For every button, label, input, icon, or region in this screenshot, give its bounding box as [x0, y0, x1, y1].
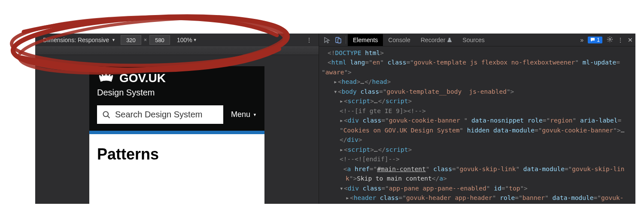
device-preview-pane: Dimensions: Responsive ▼ × 100% ▼ ⋮: [35, 34, 319, 204]
dom-node: "Cookies on GOV.UK Design System" hidden…: [322, 126, 633, 135]
svg-point-5: [103, 111, 109, 117]
dom-node: ▾<div class="app-pane app-pane--enabled"…: [322, 184, 633, 193]
more-options-icon[interactable]: ⋮: [305, 37, 313, 43]
dimensions-dropdown[interactable]: Dimensions: Responsive ▼: [40, 36, 118, 44]
govuk-wordmark: GOV.UK: [119, 71, 166, 85]
devtools-panel: Elements Console Recorder Sources » 1 ⋮ …: [319, 34, 635, 204]
search-placeholder: Search Design System: [115, 110, 202, 120]
menu-button[interactable]: Menu ▼: [231, 110, 257, 119]
zoom-value: 100%: [177, 37, 192, 43]
height-input[interactable]: [149, 35, 170, 45]
message-icon: [590, 37, 595, 42]
tab-recorder[interactable]: Recorder: [416, 34, 458, 46]
dom-node: <a href="#main-content" class="govuk-ski…: [322, 164, 633, 174]
chevron-down-icon: ▼: [253, 113, 257, 117]
kebab-icon[interactable]: ⋮: [617, 37, 623, 43]
svg-point-4: [109, 74, 110, 76]
preview-viewport: GOV.UK Design System Search Design Syste…: [35, 55, 319, 204]
tab-sources[interactable]: Sources: [457, 34, 489, 46]
dom-node: k">Skip to main content</a>: [322, 174, 633, 183]
search-input[interactable]: Search Design System: [97, 105, 223, 124]
issues-count: 1: [597, 37, 600, 43]
chevron-down-icon: ▼: [193, 38, 197, 42]
dom-node: <!--<![endif]-->: [322, 154, 633, 164]
dom-node: ▸<header class="govuk-header app-header"…: [322, 193, 633, 203]
chevron-down-icon: ▼: [112, 38, 115, 42]
width-input[interactable]: [121, 35, 141, 45]
devtools-window: Dimensions: Responsive ▼ × 100% ▼ ⋮: [35, 34, 635, 204]
gear-icon[interactable]: [607, 36, 613, 44]
more-tabs-icon[interactable]: »: [580, 37, 584, 43]
tab-console[interactable]: Console: [383, 34, 415, 46]
dom-node: <!DOCTYPE html>: [322, 48, 633, 58]
page-title: Patterns: [97, 145, 257, 163]
device-toolbar: Dimensions: Responsive ▼ × 100% ▼ ⋮: [35, 34, 319, 46]
dom-node: <html lang="en" class="govuk-template js…: [322, 58, 633, 67]
svg-point-0: [105, 73, 107, 75]
svg-point-9: [609, 38, 611, 40]
dom-node: </div>: [322, 135, 633, 144]
dom-node: ▸<script>…</script>: [322, 96, 633, 106]
issues-badge[interactable]: 1: [588, 37, 602, 43]
device-toggle-icon[interactable]: [333, 37, 344, 43]
govuk-logo[interactable]: GOV.UK: [97, 71, 257, 85]
tab-recorder-label: Recorder: [421, 37, 446, 43]
page-content: Patterns: [89, 134, 264, 175]
inspect-icon[interactable]: [322, 37, 333, 43]
menu-label: Menu: [231, 110, 250, 119]
dom-node: ▸<script>…</script>: [322, 145, 633, 154]
govuk-service-name[interactable]: Design System: [97, 88, 257, 98]
dom-node: ▸<div class="govuk-cookie-banner " data-…: [322, 116, 633, 125]
dom-node: <!--[if gte IE 9]><!-->: [322, 106, 633, 116]
search-icon: [102, 110, 111, 119]
flask-icon: [447, 37, 452, 43]
responsive-canvas: GOV.UK Design System Search Design Syste…: [89, 66, 264, 204]
svg-line-6: [108, 116, 110, 118]
dom-node: ▸<head>…</head>: [322, 77, 633, 86]
dom-node: "aware">: [322, 68, 633, 77]
close-icon[interactable]: ✕: [628, 37, 633, 43]
crown-icon: [97, 72, 115, 84]
zoom-dropdown[interactable]: 100% ▼: [173, 36, 201, 44]
svg-rect-8: [338, 39, 341, 43]
dom-node: ▾<body class="govuk-template__body js-en…: [322, 87, 633, 96]
ruler[interactable]: [35, 46, 319, 55]
dom-tree[interactable]: <!DOCTYPE html> <html lang="en" class="g…: [319, 46, 635, 204]
header-divider: [89, 131, 264, 134]
multiply-icon: ×: [144, 37, 147, 43]
tab-elements[interactable]: Elements: [348, 34, 383, 46]
dimensions-label: Dimensions: Responsive: [43, 37, 109, 43]
svg-point-3: [102, 74, 103, 76]
govuk-header: GOV.UK Design System Search Design Syste…: [89, 66, 264, 131]
panel-tabs: Elements Console Recorder Sources » 1 ⋮ …: [319, 34, 635, 46]
